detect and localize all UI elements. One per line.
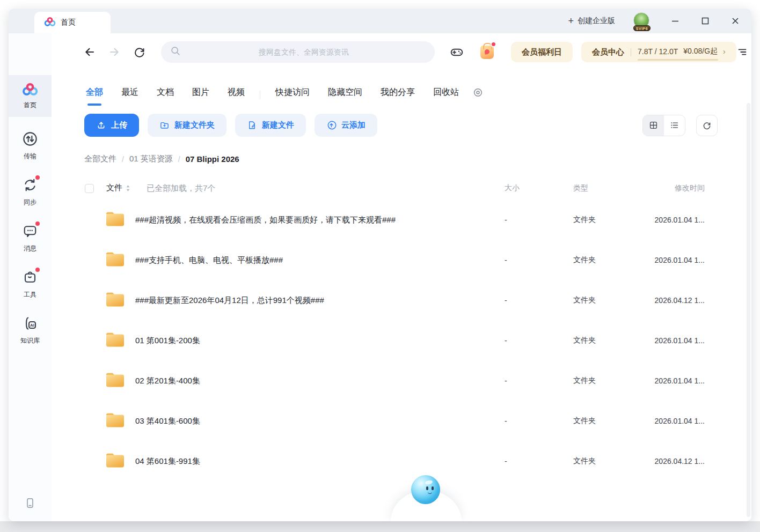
upload-button[interactable]: 上传 [84, 114, 139, 137]
folder-icon [105, 452, 125, 470]
tab-all[interactable]: 全部 [86, 87, 103, 104]
search-input[interactable] [181, 48, 426, 56]
member-benefit-day-button[interactable]: 会员福利日 [511, 42, 573, 62]
sidebar-item-transfer[interactable]: 传输 [9, 129, 52, 163]
member-center-button[interactable]: 会员中心 7.8T / 12.0T ¥0.08/G起 › [581, 42, 736, 62]
sidebar-item-tools[interactable]: 工具 [9, 267, 52, 301]
upload-label: 上传 [111, 120, 127, 130]
sidebar-label-transfer: 传输 [24, 152, 36, 161]
select-all-checkbox[interactable] [85, 184, 94, 193]
phone-link-button[interactable] [9, 497, 52, 509]
transfer-icon [22, 131, 38, 149]
file-modified: 2026.01.04 1... [613, 336, 705, 345]
file-name: 01 第001集-200集 [135, 335, 200, 345]
file-row[interactable]: 02 第201集-400集 - 文件夹 2026.01.04 1... [52, 360, 751, 401]
file-row[interactable]: ###支持手机、电脑、电视、平板播放### - 文件夹 2026.01.04 1… [52, 240, 751, 280]
breadcrumb-parent[interactable]: 01 英语资源 [129, 154, 173, 164]
tab-my-shares[interactable]: 我的分享 [381, 87, 415, 104]
forward-button[interactable] [107, 45, 121, 59]
tabs-divider [260, 91, 260, 99]
game-center-button[interactable] [449, 44, 465, 60]
list-view-button[interactable] [664, 115, 685, 136]
assistant-mascot[interactable] [391, 475, 462, 521]
menu-icon [736, 46, 748, 58]
file-row[interactable]: ###超清视频，在线观看会压缩画质，如果要画质好，请下载下来观看### - 文件… [52, 200, 751, 240]
tab-videos[interactable]: 视频 [228, 87, 245, 104]
upload-icon [96, 120, 106, 130]
sidebar-item-messages[interactable]: 消息 [9, 221, 52, 255]
action-bar: 上传 新建文件夹 新建文件 [52, 114, 751, 137]
file-row[interactable]: 03 第401集-600集 - 文件夹 2026.01.04 1... [52, 401, 751, 441]
storage-status: 7.8T / 12.0T ¥0.08/G起 › [638, 47, 726, 57]
sidebar-item-knowledge[interactable]: AI 知识库 [9, 313, 52, 348]
sidebar-label-home: 首页 [24, 101, 36, 110]
tab-recent[interactable]: 最近 [121, 87, 138, 104]
gift-notification-dot [491, 41, 496, 47]
user-avatar[interactable]: SVIP6 [633, 12, 651, 29]
storage-progress-bar [638, 59, 718, 61]
file-type: 文件夹 [573, 416, 596, 426]
folder-icon [105, 411, 125, 430]
back-button[interactable] [83, 45, 97, 59]
file-row[interactable]: ###最新更新至2026年04月12日，总计991个视频### - 文件夹 20… [52, 280, 751, 320]
cloud-add-button[interactable]: 云添加 [315, 114, 377, 137]
refresh-list-button[interactable] [696, 115, 718, 136]
reload-button[interactable] [132, 45, 146, 59]
app-window: 首页 + 创建企业版 SVIP6 [9, 9, 751, 521]
grid-view-button[interactable] [643, 115, 664, 136]
home-logo-icon [22, 83, 38, 98]
folder-icon [105, 371, 125, 390]
more-tabs-target-icon[interactable] [473, 87, 483, 100]
view-tools [642, 114, 718, 137]
browser-toolbar: 会员福利日 会员中心 7.8T / 12.0T ¥0.08/G起 › [52, 33, 751, 71]
close-button[interactable] [730, 16, 741, 26]
tools-icon [22, 269, 38, 287]
new-folder-button[interactable]: 新建文件夹 [148, 114, 226, 137]
storage-usage-text: 7.8T / 12.0T [638, 47, 678, 56]
breadcrumb-root[interactable]: 全部文件 [84, 154, 116, 164]
messages-notification-dot [35, 221, 40, 226]
main-content: 会员福利日 会员中心 7.8T / 12.0T ¥0.08/G起 › [52, 33, 751, 521]
vertical-scrollbar[interactable] [747, 103, 750, 517]
folder-icon [105, 210, 125, 229]
tab-quick-access[interactable]: 快捷访问 [275, 87, 310, 104]
tab-recycle-bin[interactable]: 回收站 [433, 87, 459, 104]
file-name: 02 第201集-400集 [135, 375, 200, 386]
tab-pictures[interactable]: 图片 [192, 87, 209, 104]
column-file-sort[interactable]: 文件 [106, 183, 130, 193]
gift-shop-button[interactable] [479, 44, 495, 60]
tools-notification-dot [35, 268, 40, 272]
list-view-icon [669, 120, 679, 130]
breadcrumb-separator: / [178, 155, 180, 164]
main-menu-button[interactable] [736, 45, 748, 60]
divider [631, 48, 631, 56]
chevron-right-icon: › [723, 47, 726, 56]
desktop-background-strip [0, 521, 760, 532]
tab-home[interactable]: 首页 [34, 12, 111, 33]
new-file-label: 新建文件 [262, 120, 294, 130]
file-modified: 2026.01.04 1... [613, 256, 705, 264]
file-type: 文件夹 [573, 456, 596, 466]
sidebar-label-messages: 消息 [24, 244, 36, 253]
file-size: - [505, 216, 507, 224]
member-center-label: 会员中心 [592, 47, 624, 57]
file-row[interactable]: 01 第001集-200集 - 文件夹 2026.01.04 1... [52, 320, 751, 360]
new-file-icon [247, 120, 257, 130]
minimize-button[interactable] [670, 16, 681, 26]
file-list-header: 文件 已全部加载，共7个 大小 类型 修改时间 [52, 182, 751, 195]
tab-documents[interactable]: 文档 [157, 87, 174, 104]
maximize-button[interactable] [700, 16, 711, 26]
file-name: ###超清视频，在线观看会压缩画质，如果要画质好，请下载下来观看### [135, 215, 396, 225]
create-enterprise-button[interactable]: + 创建企业版 [568, 16, 615, 26]
gift-bag-icon [480, 46, 494, 59]
netdisk-logo-icon [44, 17, 56, 29]
file-list: ###超清视频，在线观看会压缩画质，如果要画质好，请下载下来观看### - 文件… [52, 200, 751, 481]
sidebar-item-home[interactable]: 首页 [9, 75, 52, 117]
breadcrumb-separator: / [122, 155, 124, 164]
tab-hidden-space[interactable]: 隐藏空间 [328, 87, 362, 104]
folder-icon [105, 291, 125, 309]
file-size: - [505, 296, 507, 305]
search-box[interactable] [161, 41, 435, 63]
sidebar-item-sync[interactable]: 同步 [9, 175, 52, 209]
new-file-button[interactable]: 新建文件 [235, 114, 306, 137]
